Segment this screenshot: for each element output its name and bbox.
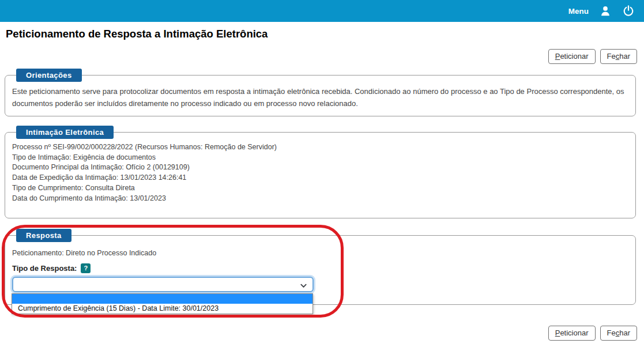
intimacao-legend: Intimação Eletrônica [16, 126, 114, 139]
menu-button[interactable]: Menu [568, 7, 589, 16]
tipo-resposta-row: Tipo de Resposta: ? [12, 263, 91, 273]
peticionar-button-bottom[interactable]: Peticionar [548, 326, 596, 341]
data-cumprimento-line: Data do Cumprimento da Intimação: 13/01/… [12, 194, 635, 204]
chevron-down-icon [300, 281, 307, 292]
bottom-action-row: Peticionar Fechar [548, 326, 637, 341]
processo-line: Processo nº SEI-99/002/000228/2022 (Recu… [12, 142, 635, 153]
tipo-intimacao-line: Tipo de Intimação: Exigência de document… [12, 153, 635, 163]
help-icon[interactable]: ? [81, 263, 91, 273]
tipo-cumprimento-line: Tipo de Cumprimento: Consulta Direta [12, 183, 635, 194]
top-action-row: Peticionar Fechar [548, 49, 637, 64]
page-title: Peticionamento de Resposta a Intimação E… [6, 28, 268, 40]
option-blank[interactable] [12, 294, 312, 304]
intimacao-details: Processo nº SEI-99/002/000228/2022 (Recu… [5, 133, 635, 203]
orientacoes-fieldset: Orientações Este peticionamento serve pa… [5, 75, 636, 116]
orientacoes-text: Este peticionamento serve para protocoli… [5, 76, 635, 110]
option-cumprimento-exigencia[interactable]: Cumprimento de Exigência (15 Dias) - Dat… [12, 304, 312, 314]
documento-principal-line: Documento Principal da Intimação: Ofício… [12, 163, 635, 173]
topbar: Menu [0, 0, 644, 22]
fechar-button-top[interactable]: Fechar [600, 49, 637, 64]
tipo-resposta-label: Tipo de Resposta: [12, 264, 77, 273]
fechar-button-bottom[interactable]: Fechar [600, 326, 637, 341]
data-expedicao-line: Data de Expedição da Intimação: 13/01/20… [12, 173, 635, 183]
peticionamento-line: Peticionamento: Direto no Processo Indic… [12, 249, 156, 257]
power-logout-icon[interactable] [622, 5, 635, 17]
user-icon[interactable] [599, 5, 612, 17]
resposta-legend: Resposta [16, 229, 71, 242]
tipo-resposta-select[interactable] [12, 277, 314, 292]
tipo-resposta-options-list: Cumprimento de Exigência (15 Dias) - Dat… [12, 293, 313, 314]
page: Menu Peticionamento de Resposta a Intima… [0, 0, 644, 351]
peticionar-button-top[interactable]: Peticionar [548, 49, 596, 64]
orientacoes-legend: Orientações [16, 69, 82, 82]
intimacao-fieldset: Intimação Eletrônica Processo nº SEI-99/… [5, 132, 636, 218]
